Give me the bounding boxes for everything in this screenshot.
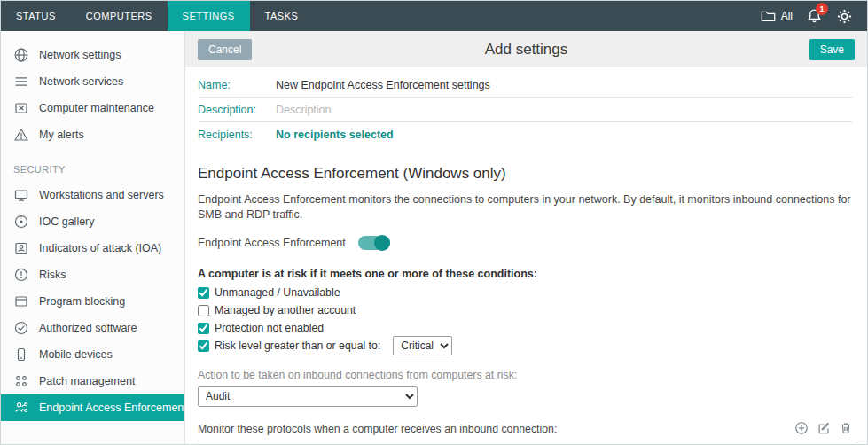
all-label: All: [781, 10, 793, 22]
sidebar-item-label: Program blocking: [39, 295, 125, 308]
delete-protocol-button[interactable]: [839, 421, 853, 435]
description-row: Description:: [198, 98, 853, 122]
sidebar-item-program-blocking[interactable]: Program blocking: [1, 288, 184, 315]
action-bar: Cancel Add settings Save: [185, 31, 867, 67]
toggle-row: Endpoint Access Enforcement: [198, 236, 853, 250]
sidebar-item-patch-management[interactable]: Patch management: [1, 368, 184, 394]
condition-label: Protection not enabled: [215, 322, 324, 334]
add-protocol-button[interactable]: [794, 421, 809, 435]
sidebar-item-label: My alerts: [39, 129, 84, 141]
notification-badge: 1: [816, 3, 828, 15]
protocols-list: SMB (139,445) Default Only workstations …: [198, 441, 853, 445]
target-icon: [13, 214, 29, 230]
tab-computers[interactable]: COMPUTERS: [71, 1, 168, 31]
tab-settings[interactable]: SETTINGS: [168, 1, 250, 31]
risk-conditions: A computer is at risk if it meets one or…: [198, 268, 853, 354]
sidebar-item-label: Indicators of attack (IOA): [39, 242, 161, 254]
sidebar-item-risks[interactable]: Risks: [1, 262, 184, 288]
person-network-icon: [13, 400, 29, 416]
condition-unmanaged[interactable]: Unmanaged / Unavailable: [198, 285, 853, 301]
nav-tabs: STATUS COMPUTERS SETTINGS TASKS: [1, 1, 313, 31]
protocols-label: Monitor these protocols when a computer …: [198, 423, 557, 435]
sidebar-item-computer-maintenance[interactable]: Computer maintenance: [1, 95, 184, 121]
sidebar-item-ioc-gallery[interactable]: IOC gallery: [1, 208, 184, 235]
sidebar-item-indicators-of-attack[interactable]: Indicators of attack (IOA): [1, 235, 184, 262]
risk-level-select[interactable]: Critical: [393, 336, 452, 355]
main-nav: STATUS COMPUTERS SETTINGS TASKS All 1: [1, 1, 867, 31]
trash-icon: [839, 421, 853, 435]
box-x-icon: [13, 100, 29, 116]
tab-tasks-label: TASKS: [265, 11, 299, 21]
page-title: Add settings: [278, 41, 775, 59]
toggle-knob: [374, 235, 390, 251]
name-input[interactable]: [276, 79, 853, 91]
conditions-title: A computer is at risk if it meets one or…: [198, 268, 853, 280]
sidebar-item-label: Network settings: [39, 49, 121, 61]
cancel-button[interactable]: Cancel: [198, 39, 252, 60]
sidebar-item-my-alerts[interactable]: My alerts: [1, 121, 184, 148]
sidebar-item-label: Workstations and servers: [39, 189, 164, 201]
edit-protocol-button[interactable]: [817, 421, 831, 435]
condition-label: Risk level greater than or equal to:: [215, 340, 380, 352]
action-select[interactable]: Audit: [198, 386, 418, 407]
tab-status[interactable]: STATUS: [1, 1, 71, 31]
section-description: Endpoint Access Enforcement monitors the…: [198, 192, 853, 222]
patches-icon: [13, 373, 29, 389]
main-panel: Cancel Add settings Save Name: Descripti…: [185, 31, 867, 445]
condition-label: Unmanaged / Unavailable: [215, 286, 340, 299]
globe-icon: [13, 47, 29, 63]
section-title: Endpoint Access Enforcement (Windows onl…: [198, 165, 853, 183]
action-label: Action to be taken on inbound connection…: [198, 369, 853, 381]
folder-icon: [761, 10, 776, 22]
tab-status-label: STATUS: [16, 11, 56, 21]
window-icon: [13, 293, 29, 309]
condition-protection-not-enabled[interactable]: Protection not enabled: [198, 321, 853, 336]
condition-managed-other-account[interactable]: Managed by another account: [198, 303, 853, 318]
tab-computers-label: COMPUTERS: [86, 11, 152, 21]
sidebar: Network settings Network services Comput…: [1, 31, 185, 445]
condition-risk-level[interactable]: Risk level greater than or equal to: Cri…: [198, 339, 853, 354]
computers-filter-all[interactable]: All: [761, 10, 793, 22]
recipients-label: Recipients:: [198, 129, 276, 141]
check-circle-icon: [13, 320, 29, 336]
sidebar-item-label: Authorized software: [39, 322, 137, 334]
save-button[interactable]: Save: [809, 39, 855, 60]
name-row: Name:: [198, 73, 853, 98]
sidebar-security-header: SECURITY: [1, 148, 184, 182]
sidebar-item-label: Risks: [39, 269, 66, 281]
notifications-button[interactable]: 1: [807, 8, 822, 24]
protocol-row-smb[interactable]: SMB (139,445) Default Only workstations: [198, 441, 853, 445]
sidebar-item-label: Network services: [39, 75, 123, 88]
sidebar-item-network-services[interactable]: Network services: [1, 68, 184, 95]
gear-icon: [836, 8, 853, 25]
sidebar-item-label: Patch management: [39, 375, 135, 387]
edit-icon: [817, 421, 831, 435]
sidebar-item-label: Computer maintenance: [39, 102, 154, 114]
person-card-icon: [13, 240, 29, 256]
condition-checkbox[interactable]: [198, 323, 209, 334]
name-label: Name:: [198, 79, 276, 91]
sidebar-item-authorized-software[interactable]: Authorized software: [1, 315, 184, 341]
endpoint-access-toggle[interactable]: [358, 236, 390, 250]
warning-triangle-icon: [13, 127, 29, 143]
sidebar-item-label: IOC gallery: [39, 215, 95, 228]
sidebar-item-network-settings[interactable]: Network settings: [1, 42, 184, 68]
condition-checkbox[interactable]: [198, 340, 209, 352]
condition-checkbox[interactable]: [198, 287, 209, 299]
condition-checkbox[interactable]: [198, 305, 209, 316]
settings-gear-button[interactable]: [836, 8, 853, 25]
protocols-header: Monitor these protocols when a computer …: [198, 421, 853, 435]
description-label: Description:: [198, 104, 276, 116]
monitor-icon: [13, 187, 29, 203]
sidebar-item-label: Mobile devices: [39, 348, 113, 361]
phone-icon: [13, 347, 29, 363]
condition-label: Managed by another account: [215, 304, 356, 316]
sidebar-item-endpoint-access-enforcement[interactable]: Endpoint Access Enforcement: [1, 394, 184, 421]
sidebar-item-workstations-and-servers[interactable]: Workstations and servers: [1, 182, 184, 208]
recipients-link[interactable]: No recipients selected: [276, 129, 394, 141]
description-input[interactable]: [276, 104, 853, 116]
settings-form: Name: Description: Recipients: No recipi…: [185, 67, 867, 147]
recipients-row: Recipients: No recipients selected: [198, 122, 853, 147]
sidebar-item-mobile-devices[interactable]: Mobile devices: [1, 341, 184, 368]
tab-tasks[interactable]: TASKS: [250, 1, 314, 31]
